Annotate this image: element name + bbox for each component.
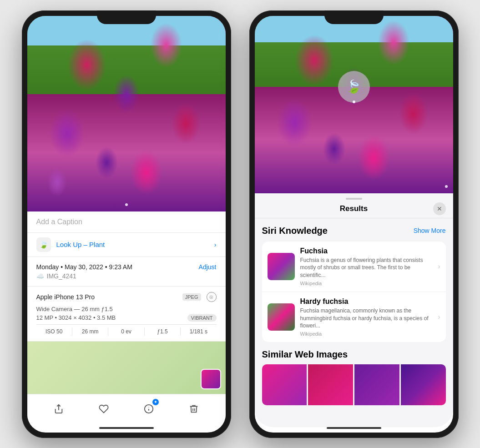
results-sheet: Results ✕ Siri Knowledge Show More xyxy=(255,193,453,427)
home-indicator-left xyxy=(99,427,154,429)
results-header: Results ✕ xyxy=(255,200,453,218)
lookup-circle: 🍃 xyxy=(338,71,370,103)
vibrant-badge: VIBRANT xyxy=(187,314,217,322)
camera-detail: Wide Camera — 26 mm ƒ1.5 xyxy=(36,306,217,312)
dot-indicator-right xyxy=(445,185,448,188)
info-button[interactable]: ✦ xyxy=(140,400,158,418)
lookup-dot xyxy=(353,101,355,103)
siri-knowledge-header: Siri Knowledge Show More xyxy=(262,226,446,236)
camera-section: Apple iPhone 13 Pro JPEG ◎ Wide Camera —… xyxy=(27,287,226,342)
exif-iso: ISO 50 xyxy=(36,327,72,336)
photo-filename: ☁️ IMG_4241 xyxy=(36,272,217,280)
flower-image-right: 🍃 xyxy=(255,16,453,193)
map-thumbnail xyxy=(201,369,221,389)
hardy-chevron-icon: › xyxy=(438,313,440,321)
caption-area[interactable]: Add a Caption xyxy=(27,211,226,233)
knowledge-item-hardy[interactable]: Hardy fuchsia Fuchsia magellanica, commo… xyxy=(262,292,446,342)
photo-toolbar: ✦ xyxy=(27,394,226,427)
fuchsia-info: Fuchsia Fuchsia is a genus of flowering … xyxy=(300,247,433,286)
heart-button[interactable] xyxy=(95,400,113,418)
phone-screen-right: 🍃 Results ✕ Siri Knowledge Show xyxy=(255,16,453,433)
fuchsia-chevron-icon: › xyxy=(438,262,440,271)
dot-indicator-left xyxy=(125,203,128,206)
fuchsia-thumb xyxy=(268,253,295,280)
map-section[interactable] xyxy=(27,342,226,394)
hardy-thumb xyxy=(268,303,295,331)
cloud-icon: ☁️ xyxy=(36,272,44,280)
results-body: Siri Knowledge Show More Fuchsia Fuchsia… xyxy=(255,218,453,427)
lookup-label: Look Up – Plant xyxy=(56,241,105,248)
flower-image-left xyxy=(27,16,226,211)
exif-shutter: 1/181 s xyxy=(181,327,216,336)
delete-button[interactable] xyxy=(185,400,203,418)
close-button[interactable]: ✕ xyxy=(433,202,446,215)
phone-notch-left xyxy=(97,10,156,24)
hardy-source: Wikipedia xyxy=(300,331,433,337)
photo-info-section: Monday • May 30, 2022 • 9:23 AM Adjust ☁… xyxy=(27,257,226,287)
info-badge: ✦ xyxy=(152,399,159,405)
lookup-icon: 🍃 xyxy=(36,237,51,252)
similar-img-2[interactable] xyxy=(308,364,353,405)
phone-screen-left: Add a Caption 🍃 Look Up – Plant › Monday… xyxy=(27,16,226,433)
jpeg-badge: JPEG xyxy=(182,293,201,301)
hardy-name: Hardy fuchsia xyxy=(300,297,433,306)
siri-knowledge-title: Siri Knowledge xyxy=(262,226,328,236)
lookup-row[interactable]: 🍃 Look Up – Plant › xyxy=(27,233,226,257)
hardy-info: Hardy fuchsia Fuchsia magellanica, commo… xyxy=(300,297,433,337)
camera-name: Apple iPhone 13 Pro xyxy=(36,293,95,301)
adjust-button[interactable]: Adjust xyxy=(199,263,217,271)
fuchsia-desc: Fuchsia is a genus of flowering plants t… xyxy=(300,257,433,279)
knowledge-card: Fuchsia Fuchsia is a genus of flowering … xyxy=(262,242,446,342)
similar-img-1[interactable] xyxy=(262,364,307,405)
similar-img-3[interactable] xyxy=(354,364,399,405)
exif-ev: 0 ev xyxy=(108,327,144,336)
exif-mm: 26 mm xyxy=(72,327,108,336)
caption-placeholder[interactable]: Add a Caption xyxy=(36,218,82,226)
similar-img-4[interactable] xyxy=(401,364,446,405)
similar-web-images-section: Similar Web Images xyxy=(262,349,446,405)
exif-row: ISO 50 26 mm 0 ev ƒ1.5 1/181 s xyxy=(36,324,217,336)
show-more-button[interactable]: Show More xyxy=(414,227,446,234)
camera-settings-icon[interactable]: ◎ xyxy=(207,292,217,302)
phone-right: 🍃 Results ✕ Siri Knowledge Show xyxy=(249,10,459,438)
lookup-chevron-icon: › xyxy=(214,241,217,248)
phones-container: Add a Caption 🍃 Look Up – Plant › Monday… xyxy=(13,1,468,447)
knowledge-item-fuchsia[interactable]: Fuchsia Fuchsia is a genus of flowering … xyxy=(262,242,446,292)
phone-notch-right xyxy=(324,10,384,24)
results-title: Results xyxy=(340,204,368,213)
hardy-desc: Fuchsia magellanica, commonly known as t… xyxy=(300,307,433,330)
fuchsia-name: Fuchsia xyxy=(300,247,433,255)
share-button[interactable] xyxy=(50,400,68,418)
similar-title: Similar Web Images xyxy=(262,349,446,360)
exif-aperture: ƒ1.5 xyxy=(145,327,181,336)
similar-images-grid xyxy=(262,364,446,405)
camera-specs: 12 MP • 3024 × 4032 • 3.5 MB VIBRANT xyxy=(36,314,217,322)
home-indicator-right xyxy=(327,427,381,429)
phone-left: Add a Caption 🍃 Look Up – Plant › Monday… xyxy=(22,10,231,438)
photo-date: Monday • May 30, 2022 • 9:23 AM xyxy=(36,263,132,271)
fuchsia-source: Wikipedia xyxy=(300,281,433,286)
